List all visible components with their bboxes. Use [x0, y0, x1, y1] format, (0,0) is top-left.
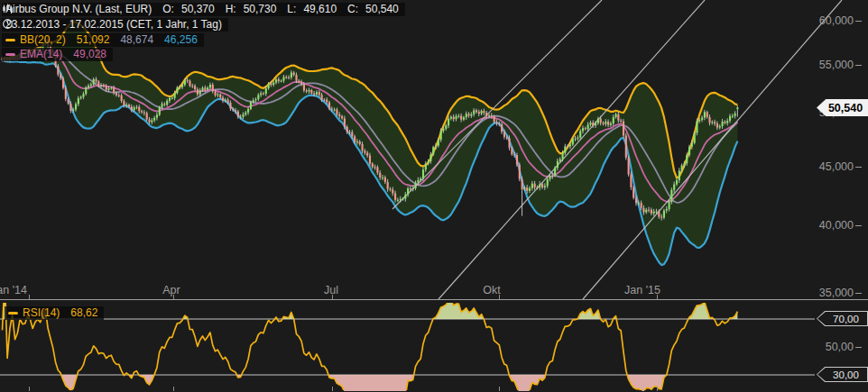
y-axis-tick	[855, 293, 862, 294]
clock-icon	[2, 18, 14, 30]
rsi-overbought-value: 70,00	[817, 311, 868, 326]
rsi-axis-tick	[499, 387, 500, 391]
rsi-mid-tick	[855, 347, 862, 348]
rsi-overbought-tag: 70,00	[817, 311, 868, 326]
rsi-axis-tick	[173, 387, 174, 391]
x-axis-label: Jul	[324, 284, 338, 296]
bollinger-upper-value: 51,092	[77, 33, 110, 47]
close-value: 50,540	[365, 3, 399, 16]
instrument-legend[interactable]: Airbus Group N.V. (Last, EUR) O:50,370 H…	[2, 3, 405, 16]
low-value: 49,610	[303, 3, 337, 16]
x-axis-label: Jan '14	[0, 284, 27, 296]
bollinger-label: BB(20, 2)	[20, 33, 66, 47]
ema-line-icon	[5, 53, 15, 56]
y-axis-label: 60,000	[819, 14, 854, 28]
y-axis-label: 40,000	[819, 218, 854, 232]
y-axis-label: 45,000	[819, 160, 854, 174]
chart-canvas[interactable]	[0, 0, 868, 392]
x-axis-tick	[332, 295, 333, 299]
bollinger-middle-value: 48,674	[120, 33, 153, 47]
last-price-tag: 50,540	[817, 99, 868, 116]
y-axis-tick	[855, 21, 862, 22]
ema-value: 49,028	[73, 48, 106, 61]
rsi-line-icon	[8, 312, 18, 315]
chart-application: Airbus Group N.V. (Last, EUR) O:50,370 H…	[0, 0, 868, 392]
x-axis-label: Jan '15	[624, 284, 660, 296]
period-text: 23.12.2013 - 17.02.2015 (CET, 1 Jahr, 1 …	[5, 18, 222, 32]
x-axis-tick	[173, 295, 174, 299]
bollinger-lower-value: 46,256	[164, 33, 198, 47]
y-axis-label: 55,000	[819, 58, 854, 72]
candlestick-icon	[2, 3, 14, 14]
high-value: 50,730	[244, 3, 277, 16]
y-axis-tick	[855, 65, 862, 66]
open-label: O:	[162, 3, 174, 16]
rsi-oversold-value: 30,00	[817, 367, 868, 382]
instrument-title: Airbus Group N.V. (Last, EUR)	[5, 3, 152, 16]
rsi-oversold-tag: 30,00	[817, 367, 868, 382]
rsi-value: 68,62	[70, 306, 97, 320]
x-axis-label: Apr	[162, 284, 180, 296]
y-axis-tick	[855, 167, 862, 168]
x-axis-tick	[29, 295, 30, 299]
rsi-axis-tick	[29, 387, 30, 391]
high-label: H:	[226, 3, 236, 16]
y-axis-tick	[855, 225, 862, 226]
ema-legend[interactable]: EMA(14) 49,028	[2, 48, 113, 61]
period-legend[interactable]: 23.12.2013 - 17.02.2015 (CET, 1 Jahr, 1 …	[2, 18, 228, 32]
rsi-label: RSI(14)	[23, 306, 60, 320]
last-price-value: 50,540	[828, 102, 863, 114]
low-label: L:	[287, 3, 296, 16]
ema-label: EMA(14)	[20, 48, 62, 61]
x-axis-label: Okt	[483, 284, 500, 296]
x-axis-tick	[499, 295, 500, 299]
panel-separator	[0, 299, 868, 300]
bollinger-legend[interactable]: BB(20, 2) 51,092 48,674 46,256	[2, 33, 204, 47]
rsi-mid-label: 50,00	[826, 340, 854, 354]
x-axis-tick	[657, 295, 658, 299]
rsi-legend[interactable]: RSI(14) 68,62	[5, 306, 104, 320]
open-value: 50,370	[181, 3, 215, 16]
close-label: C:	[347, 3, 358, 16]
rsi-axis-tick	[657, 387, 658, 391]
y-axis-label: 35,000	[819, 286, 854, 300]
bollinger-line-icon	[5, 39, 15, 41]
rsi-axis-tick	[332, 387, 333, 391]
